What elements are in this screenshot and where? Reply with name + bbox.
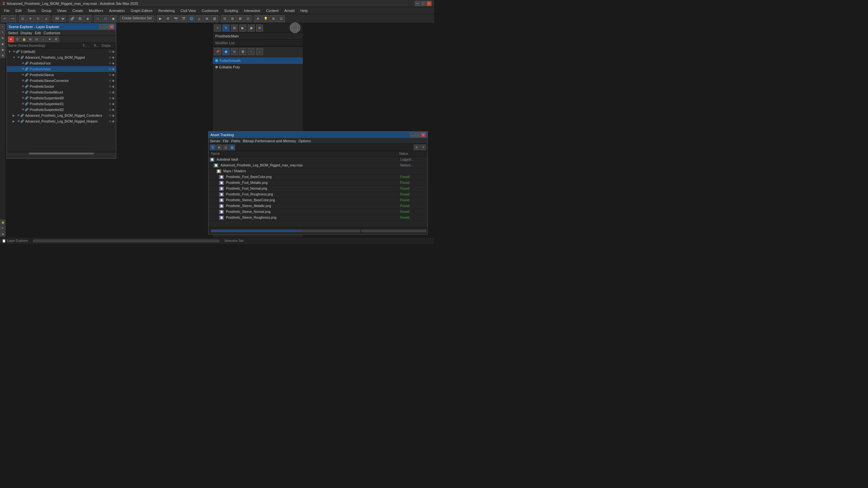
- at-tool-filter[interactable]: ▥: [229, 144, 235, 150]
- at-row-6[interactable]: 📄Prosthetic_Foot_Roughness.pngFound: [209, 192, 427, 197]
- at-row-2[interactable]: 📄Maps / Shaders: [209, 168, 427, 174]
- rp-btn-utilities[interactable]: ⚙: [256, 25, 263, 32]
- rp-btn-motion[interactable]: ▶: [239, 25, 246, 32]
- at-tool-help[interactable]: ?: [420, 144, 426, 150]
- menu-item-rendering[interactable]: Rendering: [156, 8, 178, 13]
- tool-material[interactable]: ◬: [196, 15, 203, 22]
- left-icon-lock[interactable]: 🔒: [0, 220, 5, 225]
- at-close[interactable]: ✕: [421, 133, 426, 137]
- left-icon-create[interactable]: +: [0, 24, 5, 29]
- at-row-10[interactable]: 📄Prosthetic_Sleeve_Roughness.pngFound: [209, 215, 427, 221]
- at-row-3[interactable]: 📄Prosthetic_Foot_BaseColor.pngFound: [209, 174, 427, 180]
- menu-item-content[interactable]: Content: [264, 8, 281, 13]
- tool-max-view[interactable]: ⊡: [278, 15, 285, 22]
- title-controls[interactable]: — □ ✕: [415, 1, 432, 6]
- layer-explorer-tab[interactable]: 📋 Layer Explorer: [2, 239, 28, 242]
- tool-wire[interactable]: ⬡: [102, 15, 109, 22]
- at-row-1[interactable]: 📄Advanced_Prosthetic_Leg_BiOM_Rigged_max…: [209, 163, 427, 168]
- at-menu-bitmap-performance-and-memory[interactable]: Bitmap Performance and Memory: [243, 139, 296, 143]
- at-row-0[interactable]: 📄Autodesk VaultLogged...: [209, 157, 427, 163]
- tool-align[interactable]: ⊟: [221, 15, 228, 22]
- tree-item-1[interactable]: ▼👁🔗Advanced_Prosthetic_Leg_BiOM_Rigged⊙◉: [7, 55, 116, 60]
- se-tool-sort[interactable]: ↕: [40, 36, 46, 42]
- create-selection-set-button[interactable]: Create Selection Set: [120, 15, 154, 22]
- tree-item-2[interactable]: 👁🔗ProstheticFoot⊙◉: [7, 60, 116, 66]
- tool-uv[interactable]: ⊞: [204, 15, 211, 22]
- menu-item-group[interactable]: Group: [39, 8, 54, 13]
- se-tool-expand-all[interactable]: ⊞: [27, 36, 33, 42]
- left-icon-hierarchy[interactable]: ⊞: [0, 35, 5, 41]
- se-menu-customize[interactable]: Customize: [43, 31, 60, 35]
- rp-btn-modify[interactable]: ✎: [222, 25, 229, 32]
- maximize-button[interactable]: □: [421, 1, 426, 6]
- tool-4view[interactable]: ⊞: [270, 15, 277, 22]
- at-row-5[interactable]: 📄Prosthetic_Foot_Normal.pngFound: [209, 186, 427, 192]
- at-tool-refresh[interactable]: ↻: [414, 144, 420, 150]
- tool-undo[interactable]: ↩: [1, 15, 8, 22]
- mc-pin[interactable]: 📌: [214, 48, 221, 55]
- menu-item-tools[interactable]: Tools: [25, 8, 38, 13]
- at-menu-options[interactable]: Options: [299, 139, 311, 143]
- close-button[interactable]: ✕: [426, 1, 432, 6]
- tool-lights[interactable]: 💡: [262, 15, 269, 22]
- at-row-9[interactable]: 📄Prosthetic_Sleeve_Normal.pngFound: [209, 209, 427, 215]
- tree-item-0[interactable]: ▼👁🔗0 (default)⊙◉: [7, 49, 116, 55]
- tool-rotate[interactable]: ↻: [35, 15, 42, 22]
- at-minimize[interactable]: —: [411, 133, 415, 137]
- tree-item-6[interactable]: 👁🔗ProstheticSocket⊙◉: [7, 84, 116, 89]
- left-icon-modify[interactable]: ✎: [0, 30, 5, 35]
- tool-view-cube[interactable]: □: [94, 15, 101, 22]
- tool-shade[interactable]: ◉: [110, 15, 117, 22]
- at-tool-grid[interactable]: ⊞: [216, 144, 222, 150]
- tree-item-5[interactable]: 👁🔗ProstheticSleeveConnector⊙◉: [7, 78, 116, 84]
- scene-explorer-scrollbar[interactable]: [7, 152, 116, 155]
- menu-item-edit[interactable]: Edit: [13, 8, 24, 13]
- menu-item-create[interactable]: Create: [70, 8, 86, 13]
- at-row-8[interactable]: 📄Prosthetic_Sleeve_Metallic.pngFound: [209, 203, 427, 209]
- menu-item-file[interactable]: File: [1, 8, 12, 13]
- tool-unlink[interactable]: ⛓: [76, 15, 84, 22]
- minimize-button[interactable]: —: [415, 1, 420, 6]
- modifier-item-1[interactable]: Editable Poly: [213, 64, 303, 70]
- menu-item-customize[interactable]: Customize: [199, 8, 221, 13]
- menu-item-scripting[interactable]: Scripting: [222, 8, 241, 13]
- left-icon-select[interactable]: ◈: [0, 231, 5, 236]
- tool-render-settings[interactable]: ⚙: [165, 15, 172, 22]
- tool-scale[interactable]: ⊿: [42, 15, 50, 22]
- selection-filter-dropdown[interactable]: All: [52, 15, 66, 22]
- tree-item-10[interactable]: 👁🔗ProstheticSuspention02⊙◉: [7, 107, 116, 112]
- tool-mirror[interactable]: ⊞: [229, 15, 236, 22]
- se-tool-settings[interactable]: ⚙: [53, 36, 59, 42]
- left-icon-display[interactable]: ◉: [0, 47, 5, 52]
- left-icon-paint[interactable]: ✏: [0, 225, 5, 231]
- scene-explorer-maximize[interactable]: □: [104, 25, 109, 29]
- tree-item-9[interactable]: 👁🔗ProstheticSuspention01⊙◉: [7, 101, 116, 107]
- se-tool-lock[interactable]: 🔒: [21, 36, 27, 42]
- se-menu-display[interactable]: Display: [21, 31, 32, 35]
- tool-redo[interactable]: ↪: [9, 15, 16, 22]
- se-menu-edit[interactable]: Edit: [35, 31, 41, 35]
- tool-move[interactable]: ✛: [27, 15, 34, 22]
- tool-camera[interactable]: 📷: [173, 15, 180, 22]
- at-maximize[interactable]: □: [416, 133, 420, 137]
- rp-btn-hierarchy[interactable]: ⊞: [231, 25, 238, 32]
- at-menu-paths[interactable]: Paths: [231, 139, 240, 143]
- scene-explorer-minimize[interactable]: —: [99, 25, 104, 29]
- left-icon-motion[interactable]: ▶: [0, 41, 5, 46]
- tool-snapshot[interactable]: ⊡: [244, 15, 251, 22]
- tool-link[interactable]: 🔗: [69, 15, 76, 22]
- se-tool-clear[interactable]: ✕: [8, 36, 14, 42]
- tool-bind-space[interactable]: ◈: [84, 15, 91, 22]
- mc-mesh[interactable]: ▣: [222, 48, 229, 55]
- timeline-scrollbar[interactable]: [33, 240, 219, 242]
- se-menu-select[interactable]: Select: [8, 31, 18, 35]
- menu-item-interactive[interactable]: Interactive: [242, 8, 263, 13]
- tool-render[interactable]: ▶: [157, 15, 164, 22]
- se-tool-list[interactable]: ☰: [14, 36, 20, 42]
- at-menu-server[interactable]: Server: [210, 139, 220, 143]
- at-row-7[interactable]: 📄Prosthetic_Sleeve_BaseColor.pngFound: [209, 197, 427, 203]
- mc-move-up[interactable]: ↑: [248, 48, 255, 55]
- se-tool-collapse-all[interactable]: ⊟: [34, 36, 40, 42]
- tree-item-7[interactable]: 👁🔗ProstheticSocketMount⊙◉: [7, 89, 116, 95]
- tool-helpers[interactable]: ⊕: [254, 15, 261, 22]
